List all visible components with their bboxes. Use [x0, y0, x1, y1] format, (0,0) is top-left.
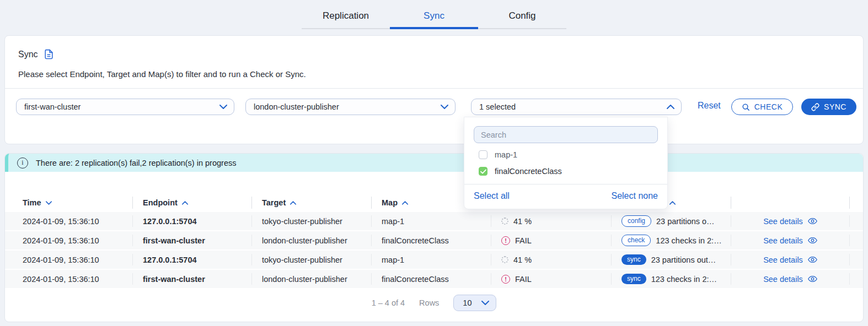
progress-text: 23 partitions out…: [651, 256, 716, 264]
column-header-target[interactable]: Target: [252, 197, 372, 209]
chevron-down-icon: [481, 301, 489, 305]
cell-progress: check 123 checks in 2:…: [612, 235, 731, 246]
target-select[interactable]: london-cluster-publisher: [245, 99, 456, 115]
cell-spacer: [850, 215, 863, 227]
status-badge: sync: [621, 274, 646, 284]
cell-time: 2024-01-09, 15:36:10: [5, 215, 133, 227]
alert-icon: !: [501, 236, 510, 245]
table-header-row: Time Endpoint Target Map: [5, 194, 863, 211]
replications-table-card: i There are: 2 replication(s) fail,2 rep…: [4, 153, 864, 322]
cell-time: 2024-01-09, 15:36:10: [5, 235, 133, 246]
chevron-down-icon: [441, 105, 448, 109]
see-details-label: See details: [763, 256, 803, 264]
cell-map: map-1: [372, 254, 491, 265]
status-text: 41 %: [513, 256, 532, 264]
cell-map: map-1: [372, 215, 491, 227]
cell-spacer: [850, 254, 863, 265]
see-details-link[interactable]: See details: [731, 235, 850, 246]
column-header-label: Endpoint: [143, 198, 178, 207]
column-header-actions: [731, 197, 850, 209]
cell-progress: sync 123 checks in 2:…: [612, 273, 731, 285]
cell-map: finalConcreteClass: [372, 273, 491, 285]
select-all-button[interactable]: Select all: [474, 191, 510, 201]
checkbox-unchecked-icon[interactable]: [479, 150, 487, 159]
status-text: 41 %: [513, 217, 532, 226]
rows-per-page-value: 10: [463, 298, 471, 307]
progress-text: 23 partitions o…: [656, 217, 715, 226]
cell-endpoint: first-wan-cluster: [133, 235, 252, 246]
search-input[interactable]: [474, 126, 658, 143]
see-details-label: See details: [763, 236, 803, 245]
info-icon: i: [17, 157, 28, 169]
map-select-value: 1 selected: [479, 102, 516, 111]
page: Replication Sync Config Sync Please sele…: [0, 0, 868, 326]
see-details-link[interactable]: See details: [731, 273, 850, 285]
progress-text: 123 checks in 2:…: [656, 236, 721, 245]
cell-endpoint: first-wan-cluster: [133, 273, 252, 285]
table-row: 2024-01-09, 15:36:10 first-wan-cluster l…: [5, 231, 863, 249]
map-option-finalconcreteclass[interactable]: finalConcreteClass: [464, 163, 667, 180]
chevron-up-icon: [667, 105, 674, 109]
target-select-value: london-cluster-publisher: [254, 102, 339, 111]
status-badge: check: [621, 235, 651, 246]
cell-spacer: [850, 273, 863, 285]
tab-config[interactable]: Config: [478, 6, 566, 29]
map-select[interactable]: 1 selected: [471, 99, 682, 115]
cell-endpoint: 127.0.0.1:5704: [133, 215, 252, 227]
checkbox-checked-icon[interactable]: [479, 167, 487, 176]
see-details-link[interactable]: See details: [731, 215, 850, 227]
cell-target: tokyo-cluster-publisher: [252, 254, 372, 265]
info-banner-text: There are: 2 replication(s) fail,2 repli…: [36, 159, 236, 167]
tab-sync[interactable]: Sync: [390, 6, 478, 29]
filter-controls: first-wan-cluster london-cluster-publish…: [5, 99, 863, 115]
see-details-link[interactable]: See details: [731, 254, 850, 265]
page-title: Sync: [18, 50, 38, 59]
cell-status: ! FAIL: [491, 235, 612, 246]
cell-time: 2024-01-09, 15:36:10: [5, 254, 133, 265]
reset-button[interactable]: Reset: [698, 101, 721, 111]
info-banner: i There are: 2 replication(s) fail,2 rep…: [5, 154, 863, 172]
table-row: 2024-01-09, 15:36:10 first-wan-cluster l…: [5, 270, 863, 288]
status-text: FAIL: [515, 236, 532, 245]
cell-progress: config 23 partitions o…: [612, 215, 731, 227]
tab-replication[interactable]: Replication: [302, 6, 390, 29]
table-row: 2024-01-09, 15:36:10 127.0.0.1:5704 toky…: [5, 251, 863, 269]
select-none-button[interactable]: Select none: [611, 191, 658, 201]
alert-icon: !: [501, 275, 510, 284]
sort-asc-icon: [669, 201, 676, 205]
endpoint-select[interactable]: first-wan-cluster: [16, 99, 234, 115]
spinner-icon: [501, 256, 508, 263]
see-details-label: See details: [763, 217, 803, 226]
sort-asc-icon: [182, 201, 188, 205]
eye-icon: [808, 275, 817, 282]
eye-icon: [808, 218, 817, 225]
see-details-label: See details: [763, 275, 803, 284]
rows-per-page-label: Rows: [419, 298, 439, 307]
status-badge: config: [621, 215, 651, 227]
column-header-time[interactable]: Time: [5, 197, 133, 209]
column-header-spacer: [850, 197, 863, 209]
sync-button[interactable]: SYNC: [801, 99, 856, 115]
rows-per-page-select[interactable]: 10: [453, 295, 496, 311]
cell-target: london-cluster-publisher: [252, 273, 372, 285]
cell-status: 41 %: [491, 254, 612, 265]
cell-target: tokyo-cluster-publisher: [252, 215, 372, 227]
pagination-range: 1 – 4 of 4: [372, 298, 405, 307]
sync-filter-card: Sync Please select Endpoint, Target and …: [4, 35, 864, 144]
document-icon[interactable]: [44, 49, 54, 59]
column-header-label: Target: [262, 198, 286, 207]
cell-progress: sync 23 partitions out…: [612, 254, 731, 265]
check-button[interactable]: CHECK: [731, 99, 793, 115]
map-option-map-1[interactable]: map-1: [464, 146, 667, 163]
progress-text: 123 checks in 2:…: [651, 275, 717, 284]
column-header-endpoint[interactable]: Endpoint: [133, 197, 252, 209]
eye-icon: [808, 237, 817, 244]
column-header-label: Map: [382, 198, 398, 207]
chevron-down-icon: [219, 105, 227, 109]
spinner-icon: [501, 218, 508, 225]
endpoint-select-value: first-wan-cluster: [24, 102, 81, 111]
sync-button-label: SYNC: [824, 102, 846, 111]
search-icon: [742, 103, 750, 111]
cell-status: ! FAIL: [491, 273, 612, 285]
map-option-label: finalConcreteClass: [495, 167, 562, 176]
